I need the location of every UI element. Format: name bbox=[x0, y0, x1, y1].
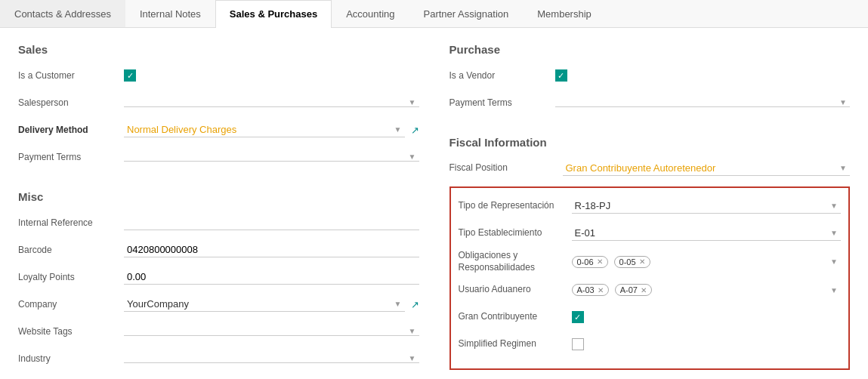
purchase-payment-terms-text bbox=[555, 101, 837, 104]
obligaciones-label: Obligaciones y Responsabilidades bbox=[459, 250, 572, 273]
payment-terms-value: ▼ bbox=[124, 153, 419, 162]
internal-reference-label: Internal Reference bbox=[18, 217, 124, 228]
obligaciones-tag-0-remove-icon[interactable]: ✕ bbox=[597, 257, 603, 266]
tipo-representacion-arrow-icon: ▼ bbox=[827, 202, 841, 210]
purchase-payment-terms-value: ▼ bbox=[555, 98, 851, 107]
tipo-establecimiento-row: Tipo Establecimiento E-01 ▼ bbox=[459, 223, 842, 244]
loyalty-points-row: Loyalty Points bbox=[18, 267, 419, 288]
company-external-link-icon[interactable]: ↗ bbox=[411, 299, 419, 310]
obligaciones-row: Obligaciones y Responsabilidades 0-06 ✕ … bbox=[459, 250, 842, 273]
obligaciones-tag-0-text: 0-06 bbox=[577, 257, 594, 267]
salesperson-value: ▼ bbox=[124, 98, 419, 107]
company-select[interactable]: YourCompany ▼ bbox=[124, 297, 405, 312]
delivery-method-label: Delivery Method bbox=[18, 125, 124, 135]
internal-reference-input[interactable] bbox=[124, 215, 419, 230]
main-content: Sales Is a Customer Salesperson ▼ Delive… bbox=[0, 28, 868, 379]
usuario-aduanero-tag-0[interactable]: A-03 ✕ bbox=[572, 284, 609, 296]
simplified-regimen-label: Simplified Regimen bbox=[459, 338, 572, 350]
usuario-aduanero-tag-1-text: A-07 bbox=[620, 285, 638, 294]
usuario-aduanero-arrow-icon: ▼ bbox=[827, 286, 841, 294]
fiscal-details-box: Tipo de Representación R-18-PJ ▼ Tipo Es… bbox=[449, 186, 851, 370]
is-customer-label: Is a Customer bbox=[18, 70, 124, 81]
salesperson-select[interactable]: ▼ bbox=[124, 98, 419, 107]
delivery-method-text: Normal Delivery Charges bbox=[124, 122, 391, 137]
barcode-input[interactable] bbox=[124, 242, 419, 257]
simplified-regimen-value bbox=[572, 338, 842, 350]
tipo-establecimiento-arrow-icon: ▼ bbox=[827, 229, 841, 237]
obligaciones-value: 0-06 ✕ 0-05 ✕ ▼ bbox=[572, 256, 842, 268]
tab-contacts[interactable]: Contacts & Addresses bbox=[0, 0, 125, 27]
tipo-representacion-row: Tipo de Representación R-18-PJ ▼ bbox=[459, 196, 842, 217]
purchase-payment-terms-label: Payment Terms bbox=[449, 97, 555, 108]
is-customer-checkbox[interactable] bbox=[124, 69, 136, 82]
company-arrow-icon: ▼ bbox=[391, 300, 405, 308]
fiscal-position-arrow-icon: ▼ bbox=[836, 164, 850, 172]
salesperson-row: Salesperson ▼ bbox=[18, 92, 419, 113]
tipo-establecimiento-text: E-01 bbox=[572, 226, 828, 240]
industry-arrow-icon: ▼ bbox=[406, 354, 419, 362]
internal-reference-row: Internal Reference bbox=[18, 212, 419, 233]
tab-partner-assignation[interactable]: Partner Assignation bbox=[409, 0, 524, 27]
company-label: Company bbox=[18, 299, 124, 310]
gran-contribuyente-row: Gran Contribuyente bbox=[459, 307, 842, 328]
industry-text bbox=[124, 357, 406, 360]
obligaciones-tag-0[interactable]: 0-06 ✕ bbox=[572, 256, 608, 268]
obligaciones-tag-1-text: 0-05 bbox=[619, 257, 636, 267]
delivery-method-select[interactable]: Normal Delivery Charges ▼ bbox=[124, 122, 405, 137]
tipo-representacion-text: R-18-PJ bbox=[572, 199, 828, 213]
usuario-aduanero-tag-1[interactable]: A-07 ✕ bbox=[615, 284, 652, 296]
tab-membership[interactable]: Membership bbox=[523, 0, 606, 27]
purchase-payment-terms-select[interactable]: ▼ bbox=[555, 98, 851, 107]
tipo-representacion-label: Tipo de Representación bbox=[459, 200, 572, 212]
loyalty-points-value bbox=[124, 270, 419, 285]
usuario-aduanero-tag-0-text: A-03 bbox=[577, 285, 595, 294]
tipo-representacion-select[interactable]: R-18-PJ ▼ bbox=[572, 199, 842, 214]
is-customer-row: Is a Customer bbox=[18, 65, 419, 86]
tipo-representacion-value: R-18-PJ ▼ bbox=[572, 199, 842, 214]
obligaciones-arrow-icon: ▼ bbox=[827, 257, 841, 266]
website-tags-row: Website Tags ▼ bbox=[18, 321, 419, 342]
industry-select[interactable]: ▼ bbox=[124, 354, 419, 363]
simplified-regimen-checkbox[interactable] bbox=[572, 338, 584, 350]
tipo-establecimiento-select[interactable]: E-01 ▼ bbox=[572, 226, 842, 241]
left-panel: Sales Is a Customer Salesperson ▼ Delive… bbox=[18, 43, 419, 375]
delivery-method-row: Delivery Method Normal Delivery Charges … bbox=[18, 119, 419, 140]
website-tags-text bbox=[124, 330, 406, 333]
fiscal-position-row: Fiscal Position Gran Contribuyente Autor… bbox=[449, 158, 851, 179]
sales-section-title: Sales bbox=[18, 43, 419, 56]
tipo-establecimiento-label: Tipo Establecimiento bbox=[459, 227, 572, 239]
usuario-aduanero-tag-0-remove-icon[interactable]: ✕ bbox=[598, 286, 604, 294]
tab-bar: Contacts & Addresses Internal Notes Sale… bbox=[0, 0, 868, 28]
tab-internal-notes[interactable]: Internal Notes bbox=[125, 0, 215, 27]
website-tags-value: ▼ bbox=[124, 327, 419, 336]
fiscal-position-label: Fiscal Position bbox=[449, 162, 563, 174]
usuario-aduanero-tag-1-remove-icon[interactable]: ✕ bbox=[641, 286, 647, 294]
delivery-method-external-link-icon[interactable]: ↗ bbox=[411, 125, 419, 136]
delivery-method-arrow-icon: ▼ bbox=[391, 125, 405, 134]
tab-sales-purchases[interactable]: Sales & Purchases bbox=[215, 0, 332, 28]
obligaciones-tag-1[interactable]: 0-05 ✕ bbox=[614, 256, 650, 268]
industry-value: ▼ bbox=[124, 354, 419, 363]
purchase-payment-terms-arrow-icon: ▼ bbox=[836, 98, 850, 106]
purchase-section-title: Purchase bbox=[449, 43, 851, 56]
loyalty-points-input[interactable] bbox=[124, 270, 419, 285]
usuario-aduanero-label: Usuario Aduanero bbox=[459, 284, 572, 296]
tab-accounting[interactable]: Accounting bbox=[332, 0, 409, 27]
company-row: Company YourCompany ▼ ↗ bbox=[18, 294, 419, 315]
payment-terms-row: Payment Terms ▼ bbox=[18, 146, 419, 168]
gran-contribuyente-checkbox[interactable] bbox=[572, 311, 584, 323]
payment-terms-select[interactable]: ▼ bbox=[124, 153, 419, 162]
misc-section-title: Misc bbox=[18, 190, 419, 203]
internal-reference-value bbox=[124, 215, 419, 230]
obligaciones-tag-1-remove-icon[interactable]: ✕ bbox=[639, 257, 645, 266]
fiscal-position-select[interactable]: Gran Contribuyente Autoretenedor ▼ bbox=[563, 161, 851, 176]
payment-terms-label: Payment Terms bbox=[18, 152, 124, 162]
usuario-aduanero-row: Usuario Aduanero A-03 ✕ A-07 ✕ ▼ bbox=[459, 279, 842, 300]
company-text: YourCompany bbox=[124, 297, 391, 311]
gran-contribuyente-label: Gran Contribuyente bbox=[459, 311, 572, 323]
website-tags-select[interactable]: ▼ bbox=[124, 327, 419, 336]
is-customer-value bbox=[124, 69, 419, 82]
salesperson-text bbox=[124, 101, 406, 104]
industry-label: Industry bbox=[18, 353, 124, 364]
is-vendor-checkbox[interactable] bbox=[555, 69, 567, 82]
